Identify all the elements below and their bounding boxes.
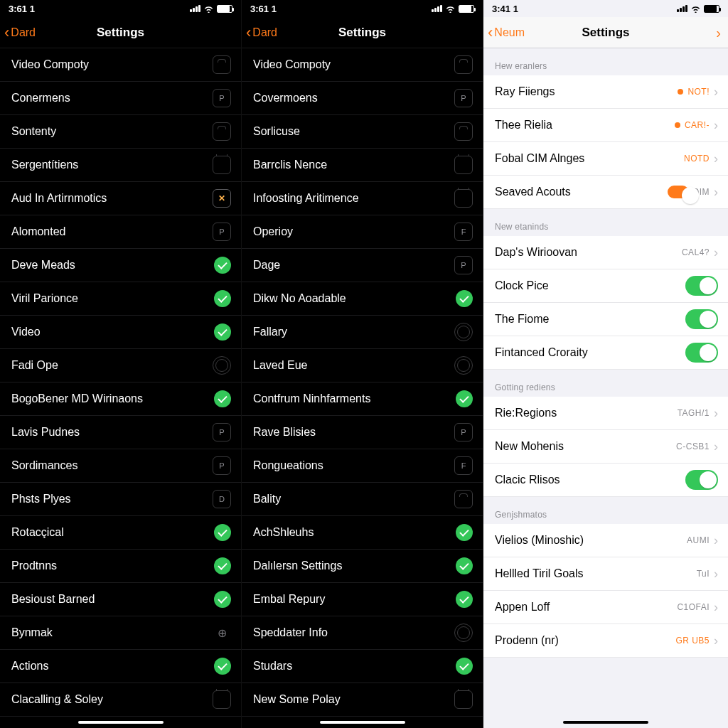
calendar-icon xyxy=(213,690,231,709)
settings-row[interactable]: Clacic Rlisos xyxy=(483,464,728,497)
settings-row[interactable]: Embal Repury xyxy=(242,583,483,616)
row-label: Fintanced Croraity xyxy=(495,346,685,359)
settings-row[interactable]: Clacalling & Soley xyxy=(0,683,241,717)
settings-row[interactable]: Vielios (Minoshic) AUMI› xyxy=(483,524,728,557)
settings-row[interactable]: Rotacçical xyxy=(0,516,241,550)
settings-row[interactable]: New Mohenis C-CSB1› xyxy=(483,430,728,464)
settings-row[interactable]: Infoosting Aritimence xyxy=(242,182,483,215)
back-button[interactable]: ‹ Dard xyxy=(4,17,36,48)
settings-row[interactable]: Seaved Acouts DIM› xyxy=(483,176,728,209)
toggle-switch[interactable] xyxy=(685,470,718,490)
settings-row[interactable]: Appen Loff C1OFAI› xyxy=(483,591,728,624)
settings-row[interactable]: Dage xyxy=(242,249,483,282)
settings-row[interactable]: Viril Parionce xyxy=(0,282,241,316)
settings-row[interactable]: New Some Polay xyxy=(242,683,483,717)
settings-row[interactable]: Barrclis Nence xyxy=(242,149,483,182)
settings-row[interactable]: Speddater Info xyxy=(242,616,483,650)
settings-row[interactable]: Dalılersn Settings xyxy=(242,550,483,583)
settings-row[interactable]: Hellled Tiril Goals TuI› xyxy=(483,557,728,591)
phone-pane: 3:61 1 ‹ Dard Settings Video Compoty Cov… xyxy=(242,0,483,728)
row-label: The Fiome xyxy=(495,313,685,326)
row-label: Seaved Acouts xyxy=(495,186,668,198)
battery-icon xyxy=(459,5,474,13)
settings-row[interactable]: Besioust Barned xyxy=(0,583,241,616)
settings-row[interactable]: Phsts Plyes xyxy=(0,483,241,516)
back-button[interactable]: ‹ Neum xyxy=(488,17,525,48)
toggle-switch[interactable] xyxy=(685,343,718,363)
settings-row[interactable]: Rave Blisies xyxy=(242,416,483,449)
settings-row[interactable]: Prodenn (nr) GR UB5› xyxy=(483,624,728,658)
settings-list[interactable]: Video Compoty Conermens Sontenty Sergent… xyxy=(0,48,241,728)
row-value: CAL4? xyxy=(682,247,710,257)
settings-row[interactable]: BogoBener MD Wirinaons xyxy=(0,382,241,416)
settings-row[interactable]: Fobal CIM Alnges NOTD› xyxy=(483,142,728,176)
toggle-switch[interactable] xyxy=(685,276,718,296)
wifi-icon xyxy=(690,5,701,13)
check-icon xyxy=(214,390,231,407)
mini-toggle[interactable] xyxy=(668,186,689,198)
status-icons xyxy=(677,5,719,13)
settings-row[interactable]: Contfrum Ninhfarments xyxy=(242,382,483,416)
row-label: Rie:Regions xyxy=(495,407,678,419)
chevron-right-icon: › xyxy=(714,406,718,421)
settings-row[interactable]: Dap's Wirioovan CAL4?› xyxy=(483,236,728,269)
settings-row[interactable]: Sontenty xyxy=(0,115,241,149)
settings-row[interactable]: Sordimances xyxy=(0,449,241,483)
page-title: Settings xyxy=(582,26,629,40)
settings-row[interactable]: The Fiome xyxy=(483,303,728,336)
globe-icon xyxy=(213,356,231,375)
status-dot-icon xyxy=(675,122,680,128)
settings-row[interactable]: Lavis Pudnes xyxy=(0,416,241,449)
settings-row[interactable]: Video xyxy=(0,316,241,349)
forward-button[interactable]: › xyxy=(716,17,721,48)
settings-row[interactable]: Aud In Artirnmotics xyxy=(0,182,241,215)
settings-list[interactable]: Video Compoty Covermoens Sorlicuse Barrc… xyxy=(242,48,483,728)
row-label: Video Compoty xyxy=(11,58,213,71)
page-title: Settings xyxy=(338,26,386,40)
settings-row[interactable]: Fadi Ope xyxy=(0,349,241,382)
settings-row[interactable]: Alomonted xyxy=(0,215,241,249)
section-header: Genjshmatos xyxy=(483,497,728,524)
home-indicator[interactable] xyxy=(320,721,405,724)
settings-row[interactable]: Video Compoty xyxy=(0,48,241,82)
clipboard-icon xyxy=(454,55,473,74)
settings-row[interactable]: Deve Meads xyxy=(0,249,241,282)
back-button[interactable]: ‹ Dard xyxy=(246,17,277,48)
row-label: Rave Blisies xyxy=(253,426,454,439)
settings-row[interactable]: Sorlicuse xyxy=(242,115,483,149)
settings-row[interactable]: Ray Fiiengs NOT!› xyxy=(483,75,728,109)
row-label: Bynmak xyxy=(11,626,213,639)
toggle-switch[interactable] xyxy=(685,309,718,329)
clipboard-icon xyxy=(454,490,473,508)
settings-row[interactable]: Operioy xyxy=(242,215,483,249)
home-indicator[interactable] xyxy=(563,721,648,724)
settings-row[interactable]: Fintanced Croraity xyxy=(483,336,728,370)
row-label: Operioy xyxy=(253,225,454,238)
settings-row[interactable]: Covermoens xyxy=(242,82,483,115)
settings-row[interactable]: Conermens xyxy=(0,82,241,115)
settings-row[interactable]: Bality xyxy=(242,483,483,516)
settings-row[interactable]: Studars xyxy=(242,650,483,683)
row-value: GR UB5 xyxy=(675,636,710,646)
settings-row[interactable]: Video Compoty xyxy=(242,48,483,82)
settings-row[interactable]: Rie:Regions TAGH/1› xyxy=(483,397,728,430)
section-header: Hew eranlers xyxy=(483,48,728,75)
home-indicator[interactable] xyxy=(78,721,164,724)
settings-list[interactable]: Hew eranlers Ray Fiiengs NOT!› Thee Riel… xyxy=(483,48,728,728)
settings-row[interactable]: Actions xyxy=(0,650,241,683)
row-value: TuI xyxy=(697,569,710,579)
settings-row[interactable]: Prodtnns xyxy=(0,550,241,583)
settings-row[interactable]: AchShleuhs xyxy=(242,516,483,550)
row-value: NOT! xyxy=(687,87,710,97)
settings-row[interactable]: Laved Eue xyxy=(242,349,483,382)
settings-row[interactable]: Sergentítiens xyxy=(0,149,241,182)
cellular-signal-icon xyxy=(432,5,442,12)
settings-row[interactable]: Fallary xyxy=(242,316,483,349)
row-label: Thee Rielia xyxy=(495,119,675,132)
settings-row[interactable]: Clock Pice xyxy=(483,269,728,303)
settings-row[interactable]: Rongueations xyxy=(242,449,483,483)
settings-row[interactable]: Bynmak xyxy=(0,616,241,650)
row-label: Speddater Info xyxy=(253,626,454,639)
settings-row[interactable]: Dikw No Aoadable xyxy=(242,282,483,316)
settings-row[interactable]: Thee Rielia CAR!-› xyxy=(483,109,728,142)
